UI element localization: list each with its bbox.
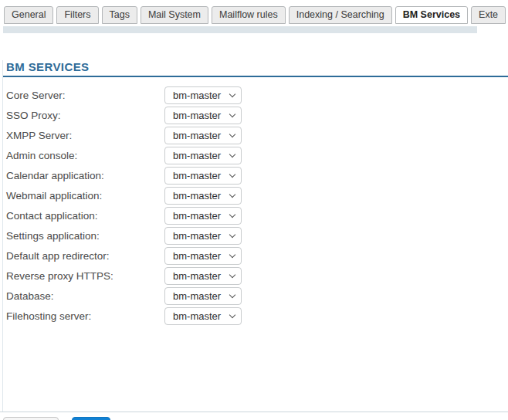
tab-exte[interactable]: Exte	[471, 6, 506, 24]
xmpp-server-select[interactable]: bm-master	[164, 127, 242, 144]
field-label: Core Server:	[6, 90, 164, 101]
webmail-application-select[interactable]: bm-master	[164, 187, 242, 205]
tab-mailflow-rules[interactable]: Mailflow rules	[212, 6, 286, 24]
page-title: BM SERVICES	[6, 60, 508, 73]
default-app-redirector-select[interactable]: bm-master	[164, 247, 242, 265]
field-label: SSO Proxy:	[6, 110, 164, 121]
form-row: Calendar application: bm-master	[3, 165, 508, 185]
field-label: Webmail application:	[6, 190, 164, 202]
form-row: Filehosting server: bm-master	[3, 306, 508, 326]
field-label: Filehosting server:	[6, 310, 164, 322]
select-wrap: bm-master	[164, 267, 242, 285]
form-row: Core Server: bm-master	[3, 85, 508, 105]
content-panel: BM SERVICES Core Server: bm-master SSO P…	[2, 60, 508, 412]
form-row: SSO Proxy: bm-master	[3, 105, 508, 125]
tab-indexing-searching[interactable]: Indexing / Searching	[289, 6, 392, 24]
contact-application-select[interactable]: bm-master	[164, 207, 242, 225]
field-label: Contact application:	[6, 210, 164, 222]
select-wrap: bm-master	[164, 227, 242, 245]
tab-bar: GeneralFiltersTagsMail SystemMailflow ru…	[0, 0, 508, 24]
field-label: Default app redirector:	[6, 250, 164, 262]
footer: Cancel Save	[0, 412, 508, 420]
save-button[interactable]: Save	[72, 417, 110, 420]
tab-bm-services[interactable]: BM Services	[395, 6, 468, 24]
field-label: Database:	[6, 290, 164, 302]
select-wrap: bm-master	[164, 127, 242, 144]
select-wrap: bm-master	[164, 307, 242, 325]
form-row: Contact application: bm-master	[3, 205, 508, 225]
form-row: Settings application: bm-master	[3, 225, 508, 246]
filehosting-server-select[interactable]: bm-master	[164, 307, 242, 325]
field-label: XMPP Server:	[6, 130, 164, 141]
select-wrap: bm-master	[164, 207, 242, 225]
field-label: Reverse proxy HTTPS:	[6, 270, 164, 282]
admin-console-select[interactable]: bm-master	[164, 147, 242, 164]
database-select[interactable]: bm-master	[164, 287, 242, 305]
select-wrap: bm-master	[164, 287, 242, 305]
tab-tags[interactable]: Tags	[102, 6, 137, 24]
form-row: Webmail application: bm-master	[3, 185, 508, 205]
form-row: Default app redirector: bm-master	[3, 246, 508, 266]
select-wrap: bm-master	[164, 86, 242, 104]
core-server-select[interactable]: bm-master	[164, 86, 242, 104]
services-form: Core Server: bm-master SSO Proxy: bm-mas…	[3, 85, 508, 326]
heading-rule	[3, 76, 508, 77]
sso-proxy-select[interactable]: bm-master	[164, 107, 242, 124]
form-row: Database: bm-master	[3, 286, 508, 306]
tab-mail-system[interactable]: Mail System	[141, 6, 208, 24]
field-label: Calendar application:	[6, 170, 164, 181]
field-label: Admin console:	[6, 150, 164, 161]
form-row: Reverse proxy HTTPS: bm-master	[3, 266, 508, 286]
form-row: XMPP Server: bm-master	[3, 125, 508, 145]
settings-application-select[interactable]: bm-master	[164, 227, 242, 245]
select-wrap: bm-master	[164, 247, 242, 265]
select-wrap: bm-master	[164, 107, 242, 124]
select-wrap: bm-master	[164, 147, 242, 164]
form-row: Admin console: bm-master	[3, 145, 508, 165]
active-tab-band	[3, 26, 477, 33]
cancel-button[interactable]: Cancel	[3, 417, 59, 420]
select-wrap: bm-master	[164, 187, 242, 205]
calendar-application-select[interactable]: bm-master	[164, 167, 242, 185]
reverse-proxy-https-select[interactable]: bm-master	[164, 267, 242, 285]
select-wrap: bm-master	[164, 167, 242, 185]
field-label: Settings application:	[6, 230, 164, 242]
tab-general[interactable]: General	[4, 6, 53, 24]
tab-filters[interactable]: Filters	[56, 6, 98, 24]
